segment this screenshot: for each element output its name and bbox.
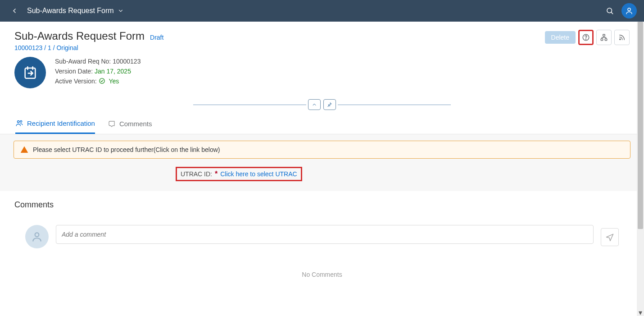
person-icon: [31, 231, 43, 243]
required-indicator: *: [215, 170, 218, 178]
utrac-field-row: UTRAC ID:* Click here to select UTRAC: [14, 167, 630, 181]
svg-point-13: [18, 121, 20, 123]
utrac-field: UTRAC ID:* Click here to select UTRAC: [176, 167, 302, 181]
comment-icon: [108, 120, 116, 128]
comments-block: No Comments: [0, 216, 644, 296]
warning-message: Please select UTRAC ID to proceed furthe…: [14, 141, 630, 159]
tab-bar: Recipient Identification Comments: [0, 114, 644, 134]
svg-point-4: [585, 39, 586, 39]
page-title: Sub-Awards Request Form: [14, 30, 145, 42]
svg-rect-6: [601, 39, 603, 41]
delete-button[interactable]: Delete: [545, 31, 576, 44]
help-button[interactable]: [578, 30, 594, 45]
tab-content: Please select UTRAC ID to proceed furthe…: [0, 134, 644, 296]
svg-line-1: [611, 12, 612, 14]
utrac-label: UTRAC ID:: [181, 170, 212, 178]
comment-input[interactable]: [56, 225, 594, 244]
no-comments-text: No Comments: [14, 257, 630, 278]
warning-icon: [20, 146, 28, 154]
svg-rect-5: [603, 34, 605, 36]
pin-button[interactable]: [323, 99, 336, 110]
tab-label: Recipient Identification: [27, 119, 95, 127]
tab-label: Comments: [119, 120, 152, 128]
calendar-arrow-icon: [23, 65, 38, 80]
svg-point-8: [620, 39, 621, 40]
app-title-dropdown[interactable]: Sub-Awards Request Form: [27, 7, 124, 15]
people-icon: [15, 119, 23, 127]
search-icon: [606, 7, 614, 15]
req-no-value: 10000123: [113, 58, 141, 65]
svg-point-2: [628, 8, 630, 11]
app-title: Sub-Awards Request Form: [27, 7, 114, 15]
help-icon: [582, 33, 590, 41]
svg-point-12: [99, 78, 104, 83]
record-id[interactable]: 10000123 / 1 / Original: [14, 44, 163, 51]
scrollbar[interactable]: ▴ ▾: [637, 22, 644, 296]
svg-point-15: [35, 233, 39, 237]
page-header: Sub-Awards Request Form Draft 10000123 /…: [0, 22, 644, 51]
version-date-line: Version Date: Jan 17, 2025: [55, 68, 141, 75]
info-row: Sub-Award Req No: 10000123 Version Date:…: [0, 51, 644, 93]
version-date-value: Jan 17, 2025: [95, 68, 131, 75]
utrac-select-link[interactable]: Click here to select UTRAC: [220, 170, 297, 178]
record-type-icon: [14, 57, 46, 88]
tab-comments[interactable]: Comments: [108, 115, 152, 133]
pin-icon: [327, 102, 332, 107]
comment-input-row: [14, 216, 630, 257]
chevron-down-icon: [118, 8, 124, 14]
current-user-avatar: [25, 225, 49, 248]
svg-rect-7: [605, 39, 607, 41]
hierarchy-icon: [600, 33, 608, 41]
header-divider: [0, 96, 644, 113]
back-button[interactable]: [7, 4, 22, 18]
send-comment-button[interactable]: [601, 228, 619, 246]
version-date-label: Version Date:: [55, 68, 93, 75]
app-header: Sub-Awards Request Form: [0, 0, 644, 22]
status-chip: Draft: [150, 34, 163, 41]
svg-point-14: [20, 120, 22, 122]
tab-recipient-identification[interactable]: Recipient Identification: [15, 114, 95, 134]
check-circle-icon: [99, 78, 105, 84]
send-icon: [605, 233, 614, 242]
search-button[interactable]: [602, 3, 618, 19]
req-no-label: Sub-Award Req No:: [55, 58, 111, 65]
user-avatar-button[interactable]: [621, 3, 637, 18]
active-version-value: Yes: [109, 78, 119, 85]
active-version-label: Active Version:: [55, 78, 97, 85]
person-icon: [625, 7, 633, 15]
collapse-button[interactable]: [308, 99, 321, 110]
chevron-up-icon: [312, 102, 317, 107]
comments-section-title: Comments: [0, 191, 644, 216]
req-no-line: Sub-Award Req No: 10000123: [55, 58, 141, 65]
warning-text: Please select UTRAC ID to proceed furthe…: [33, 146, 220, 153]
scroll-thumb[interactable]: [638, 22, 643, 229]
rss-icon: [618, 33, 626, 41]
share-button[interactable]: [614, 30, 630, 45]
active-version-line: Active Version: Yes: [55, 78, 141, 85]
hierarchy-button[interactable]: [596, 30, 612, 45]
chevron-left-icon: [11, 7, 18, 14]
